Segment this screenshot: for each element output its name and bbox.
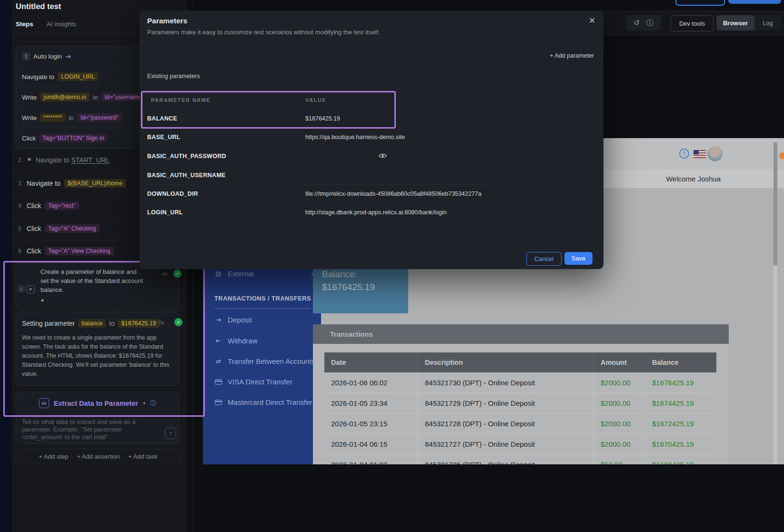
sparkle-icon: ✦ — [40, 297, 45, 304]
info-icon[interactable]: ⓘ — [646, 19, 653, 28]
step-action: Click — [27, 202, 41, 210]
save-button[interactable]: Save — [564, 252, 593, 265]
sidebar-item-transfer[interactable]: ⇄ Transfer Between Accounts — [214, 357, 315, 365]
keyword-in: in — [69, 114, 74, 121]
balance-label: Balance: — [322, 268, 408, 281]
toolbar-icon-group: ↺ ⓘ — [626, 15, 661, 30]
deposit-icon: ⇥ — [214, 316, 222, 323]
credit-card-icon — [214, 400, 222, 405]
us-flag-icon[interactable] — [694, 150, 706, 158]
value-chip: ******** — [40, 113, 65, 122]
step-action: Click — [22, 135, 36, 142]
param-name-chip: balance — [78, 319, 106, 328]
sidebar-item-withdraw[interactable]: ⇤ Withdraw — [214, 337, 258, 345]
step-number-badge: 1 — [22, 52, 30, 60]
extract-data-card: AI Extract Data to Parameter ▾ ⓘ Tell us… — [16, 391, 180, 444]
existing-parameters-label: Existing parameters — [147, 73, 200, 80]
selector-chip: Id="password" — [77, 113, 122, 122]
dev-tools-button[interactable]: Dev tools — [671, 15, 714, 31]
add-assertion-button[interactable]: + Add assertion — [77, 453, 120, 460]
top-primary-button[interactable] — [728, 0, 781, 4]
table-row: 2026-01-05 23:34 845321729 (DPT) - Onlin… — [324, 393, 716, 413]
step-action: Navigate to START_URL — [36, 156, 110, 164]
tab-ai-insights[interactable]: AI insights — [47, 20, 76, 28]
top-secondary-button[interactable] — [675, 0, 725, 6]
test-title: Untitled test — [16, 2, 61, 11]
tab-log[interactable]: Log — [754, 15, 781, 30]
extract-input[interactable]: Tell us what data to extract and save as… — [16, 414, 179, 441]
modal-footer-divider — [140, 244, 603, 245]
parameter-row-balance[interactable]: BALANCE $1676425.19 — [147, 109, 594, 128]
sidebar-divider — [214, 308, 311, 309]
left-nav-rail — [0, 0, 12, 532]
sidebar-item-visa-transfer[interactable]: VISA Direct Transfer — [214, 378, 292, 386]
setting-explanation: We need to create a single parameter fro… — [16, 328, 179, 379]
keyword-to: to — [109, 320, 115, 327]
parameter-row-basic-auth-password[interactable]: BASIC_AUTH_PASSWORD — [147, 147, 594, 166]
welcome-text: Welcome Joshua — [666, 175, 721, 183]
sidebar-item-deposit[interactable]: ⇥ Deposit — [214, 316, 252, 324]
selector-chip: Tag="BUTTON" Sign in — [39, 134, 107, 142]
parameter-row-login-url[interactable]: LOGIN_URL http://stage.dbank.prod-apps.r… — [147, 203, 594, 222]
col-amount: Amount — [593, 352, 645, 372]
step-action: Navigate to — [22, 73, 54, 80]
parameter-row-download-dir[interactable]: DOWNLOAD_DIR file:///tmp/relicx-download… — [147, 184, 594, 203]
parameters-modal: Parameters Parameters make it easy to cu… — [140, 10, 603, 269]
success-check-icon: ✓ — [173, 270, 181, 278]
chevron-down-icon[interactable]: ▾ — [143, 401, 145, 406]
param-chip: ${BASE_URL}/home — [64, 179, 126, 188]
param-value-chip: $1676425.19 — [118, 319, 160, 328]
success-check-icon: ✓ — [174, 318, 182, 326]
login-icon: ⇥ — [65, 52, 71, 60]
parameter-badge: P — [27, 285, 35, 293]
parameter-row-basic-auth-username[interactable]: BASIC_AUTH_USERNAME — [147, 166, 594, 185]
withdraw-icon: ⇤ — [214, 337, 222, 344]
extract-data-label[interactable]: Extract Data to Parameter — [54, 400, 138, 407]
step-action: Write — [22, 94, 37, 101]
flag-icon: ⚑ — [27, 157, 32, 163]
avatar[interactable] — [707, 146, 723, 161]
table-row: 2026-01-04 01:02 845321726 (DPT) - Onlin… — [324, 454, 716, 464]
column-value: VALUE — [305, 97, 326, 103]
param-chip: LOGIN_URL — [58, 72, 98, 81]
help-icon[interactable]: ? — [679, 149, 689, 159]
col-date: Date — [324, 352, 418, 372]
sidebar-item-mastercard-transfer[interactable]: Mastercard Direct Transfer — [214, 398, 312, 406]
parameter-row-base-url[interactable]: BASE_URL https://qa.boutique.harness-dem… — [147, 128, 594, 147]
close-icon[interactable]: ✕ — [585, 12, 599, 30]
step-duration: 4s — [162, 271, 168, 277]
modal-header-divider — [140, 42, 603, 42]
value-chip: jsmith@demo.io — [40, 93, 90, 101]
setting-prefix: Setting parameter — [22, 320, 75, 327]
recording-indicator-dot[interactable] — [779, 152, 784, 159]
add-step-button[interactable]: + Add step — [39, 453, 69, 460]
add-task-button[interactable]: + Add task — [128, 453, 157, 460]
column-parameter-name: PARAMETER NAME — [151, 97, 211, 103]
setting-parameter-card[interactable]: Setting parameter balance to $1676425.19… — [16, 312, 180, 386]
submit-arrow-button[interactable]: ↑ — [165, 428, 176, 439]
tab-steps[interactable]: Steps — [16, 20, 33, 28]
step-action: Click — [27, 225, 41, 232]
add-actions-bar: + Add step + Add assertion + Add task — [16, 449, 181, 464]
credit-card-icon — [214, 379, 222, 385]
keyword-in: in — [93, 94, 98, 101]
start-url-link: START_URL — [71, 156, 109, 164]
tab-browser[interactable]: Browser — [716, 15, 754, 30]
eye-icon[interactable] — [379, 152, 387, 161]
app-scrollbar-thumb[interactable] — [774, 142, 777, 266]
cancel-button[interactable]: Cancel — [526, 252, 562, 266]
view-switcher: Browser Log — [716, 15, 781, 30]
add-parameter-button[interactable]: + Add parameter — [550, 52, 594, 59]
refresh-icon[interactable]: ↺ — [633, 19, 640, 27]
bank-icon: ▤ — [214, 270, 222, 277]
table-row: 2026-01-06 06:02 845321730 (DPT) - Onlin… — [324, 372, 716, 393]
step-action: Click — [27, 247, 41, 255]
col-description: Description — [418, 352, 593, 372]
modal-title: Parameters — [147, 17, 187, 25]
step-action: Write — [22, 114, 37, 121]
transfer-icon: ⇄ — [214, 358, 222, 365]
ai-instruction-text: Create a parameter of balance and set th… — [40, 267, 146, 294]
info-icon[interactable]: ⓘ — [150, 399, 156, 408]
sidebar-item-external[interactable]: ▤ External › — [214, 270, 313, 278]
info-badge: i — [18, 285, 25, 292]
